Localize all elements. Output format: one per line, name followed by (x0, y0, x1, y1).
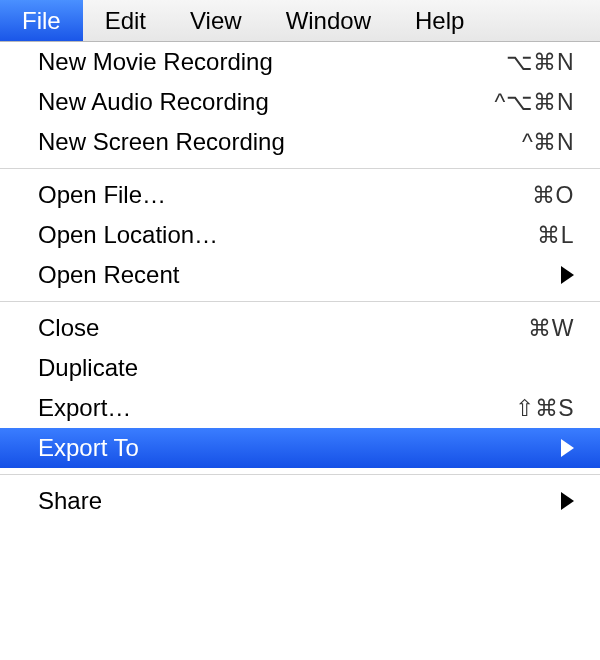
menu-separator (0, 474, 600, 475)
menu-item-open-location[interactable]: Open Location… ⌘L (0, 215, 600, 255)
menu-item-label: New Audio Recording (38, 88, 269, 116)
submenu-indicator (549, 439, 574, 457)
menu-item-shortcut: ⌘W (528, 315, 574, 342)
menu-item-label: Open Recent (38, 261, 179, 289)
menu-item-shortcut: ⌘O (532, 182, 574, 209)
menu-separator (0, 168, 600, 169)
menu-item-open-recent[interactable]: Open Recent (0, 255, 600, 295)
file-menu-dropdown: New Movie Recording ⌥⌘N New Audio Record… (0, 42, 600, 521)
menu-item-shortcut: ⌘L (537, 222, 574, 249)
menu-separator (0, 301, 600, 302)
menu-item-export-to[interactable]: Export To (0, 428, 600, 468)
menu-item-export[interactable]: Export… ⇧⌘S (0, 388, 600, 428)
menu-item-label: Export… (38, 394, 131, 422)
menu-item-label: New Screen Recording (38, 128, 285, 156)
menu-item-label: Open File… (38, 181, 166, 209)
chevron-right-icon (561, 439, 574, 457)
menubar-item-help[interactable]: Help (393, 0, 486, 41)
menubar-item-view[interactable]: View (168, 0, 264, 41)
menu-item-new-screen-recording[interactable]: New Screen Recording ^⌘N (0, 122, 600, 162)
menu-item-label: Duplicate (38, 354, 138, 382)
menu-item-share[interactable]: Share (0, 481, 600, 521)
menu-item-shortcut: ⇧⌘S (515, 395, 574, 422)
menubar-item-window[interactable]: Window (264, 0, 393, 41)
menubar-item-file[interactable]: File (0, 0, 83, 41)
chevron-right-icon (561, 266, 574, 284)
menu-item-label: Close (38, 314, 99, 342)
menu-item-label: New Movie Recording (38, 48, 273, 76)
menu-item-new-movie-recording[interactable]: New Movie Recording ⌥⌘N (0, 42, 600, 82)
menu-item-duplicate[interactable]: Duplicate (0, 348, 600, 388)
chevron-right-icon (561, 492, 574, 510)
menu-item-new-audio-recording[interactable]: New Audio Recording ^⌥⌘N (0, 82, 600, 122)
menubar-item-edit[interactable]: Edit (83, 0, 168, 41)
menu-item-label: Open Location… (38, 221, 218, 249)
menu-item-label: Share (38, 487, 102, 515)
menu-item-label: Export To (38, 434, 139, 462)
menubar: File Edit View Window Help (0, 0, 600, 42)
submenu-indicator (549, 492, 574, 510)
menu-item-open-file[interactable]: Open File… ⌘O (0, 175, 600, 215)
menu-item-shortcut: ⌥⌘N (506, 49, 574, 76)
menu-item-close[interactable]: Close ⌘W (0, 308, 600, 348)
menu-item-shortcut: ^⌘N (522, 129, 574, 156)
menu-item-shortcut: ^⌥⌘N (495, 89, 574, 116)
submenu-indicator (549, 266, 574, 284)
